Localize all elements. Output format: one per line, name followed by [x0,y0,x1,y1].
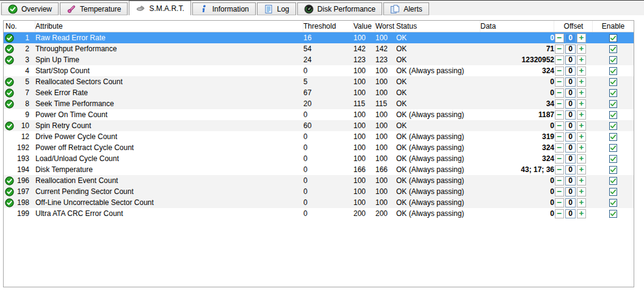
table-row[interactable]: 192Power off Retract Cycle Count0100100O… [4,142,634,153]
offset-decrease-button[interactable]: − [555,34,564,43]
tab-alerts[interactable]: Alerts [383,2,429,15]
table-row[interactable]: 8Seek Time Performance20115115OK34−0+ [4,98,634,109]
table-row[interactable]: 12Drive Power Cycle Count0100100OK (Alwa… [4,131,634,142]
column-header-status[interactable]: Status [396,21,480,32]
enable-checkbox[interactable] [609,78,617,86]
offset-increase-button[interactable]: + [577,165,586,174]
offset-value[interactable]: 0 [565,209,576,218]
tab-temperature[interactable]: Temperature [60,2,128,15]
offset-value[interactable]: 0 [565,110,576,120]
enable-checkbox[interactable] [609,89,617,97]
offset-value[interactable]: 0 [565,99,576,109]
enable-checkbox[interactable] [609,210,617,218]
table-row[interactable]: 193Load/Unload Cycle Count0100100OK (Alw… [4,153,634,164]
offset-value[interactable]: 0 [565,165,576,174]
offset-value[interactable]: 0 [565,45,576,54]
table-row[interactable]: 1Raw Read Error Rate16100100OK0−0+ [4,32,634,43]
enable-checkbox[interactable] [609,199,617,207]
offset-decrease-button[interactable]: − [555,110,564,120]
enable-checkbox[interactable] [609,133,617,141]
offset-decrease-button[interactable]: − [555,56,564,65]
offset-increase-button[interactable]: + [577,154,586,163]
enable-checkbox[interactable] [609,166,617,174]
tab-log[interactable]: Log [257,2,296,15]
table-row[interactable]: 197Current Pending Sector Count0100100OK… [4,186,634,197]
offset-increase-button[interactable]: + [577,176,586,185]
offset-decrease-button[interactable]: − [555,209,564,218]
offset-decrease-button[interactable]: − [555,99,564,109]
enable-checkbox[interactable] [609,188,617,196]
column-header-data[interactable]: Data [480,21,554,32]
enable-checkbox[interactable] [609,155,617,163]
offset-decrease-button[interactable]: − [555,176,564,185]
table-row[interactable]: 4Start/Stop Count0100100OK (Always passi… [4,65,634,76]
offset-value[interactable]: 0 [565,143,576,153]
offset-decrease-button[interactable]: − [555,154,564,163]
enable-checkbox[interactable] [609,111,617,119]
column-header-value[interactable]: Value [353,21,375,32]
offset-increase-button[interactable]: + [577,56,586,65]
enable-checkbox[interactable] [609,45,617,53]
offset-value[interactable]: 0 [565,56,576,65]
offset-increase-button[interactable]: + [577,88,586,98]
column-header-attribute[interactable]: Attribute [35,21,303,32]
offset-decrease-button[interactable]: − [555,66,564,76]
offset-increase-button[interactable]: + [577,66,586,76]
tab-disk-performance[interactable]: Disk Performance [297,2,382,15]
offset-decrease-button[interactable]: − [555,143,564,153]
table-row[interactable]: 10Spin Retry Count60100100OK0−0+ [4,120,634,131]
column-header-offset[interactable]: Offset [554,21,593,32]
offset-increase-button[interactable]: + [577,121,586,131]
enable-checkbox[interactable] [609,67,617,75]
offset-value[interactable]: 0 [565,154,576,163]
enable-checkbox[interactable] [609,144,617,152]
column-header-threshold[interactable]: Threshold [303,21,353,32]
table-row[interactable]: 198Off-Line Uncorrectable Sector Count01… [4,197,634,208]
tab-overview[interactable]: Overview [1,2,59,15]
offset-decrease-button[interactable]: − [555,45,564,54]
offset-decrease-button[interactable]: − [555,165,564,174]
offset-increase-button[interactable]: + [577,132,586,142]
offset-increase-button[interactable]: + [577,187,586,196]
offset-decrease-button[interactable]: − [555,187,564,196]
enable-checkbox[interactable] [609,34,617,42]
offset-increase-button[interactable]: + [577,110,586,120]
tab-information[interactable]: Information [192,2,256,15]
offset-increase-button[interactable]: + [577,143,586,153]
offset-increase-button[interactable]: + [577,77,586,87]
offset-increase-button[interactable]: + [577,34,586,43]
offset-value[interactable]: 0 [565,187,576,196]
enable-checkbox[interactable] [609,100,617,108]
offset-increase-button[interactable]: + [577,198,586,207]
column-header-enable[interactable]: Enable [593,21,634,32]
offset-decrease-button[interactable]: − [555,132,564,142]
table-row[interactable]: 5Reallocated Sectors Count5100100OK0−0+ [4,76,634,87]
offset-value[interactable]: 0 [565,132,576,142]
table-row[interactable]: 196Reallocation Event Count0100100OK (Al… [4,175,634,186]
offset-decrease-button[interactable]: − [555,198,564,207]
column-header-worst[interactable]: Worst [375,21,396,32]
offset-value[interactable]: 0 [565,198,576,207]
offset-value[interactable]: 0 [565,88,576,98]
offset-value[interactable]: 0 [565,34,576,43]
offset-value[interactable]: 0 [565,121,576,131]
table-row[interactable]: 199Ultra ATA CRC Error Count0200200OK (A… [4,208,634,219]
offset-increase-button[interactable]: + [577,209,586,218]
tab-smart[interactable]: S.M.A.R.T. [129,1,190,15]
offset-value[interactable]: 0 [565,66,576,76]
enable-checkbox[interactable] [609,56,617,64]
column-header-no[interactable]: No. [4,21,35,32]
table-row[interactable]: 3Spin Up Time24123123OK12320952−0+ [4,54,634,65]
enable-checkbox[interactable] [609,122,617,130]
offset-decrease-button[interactable]: − [555,88,564,98]
table-row[interactable]: 9Power On Time Count0100100OK (Always pa… [4,109,634,120]
offset-value[interactable]: 0 [565,176,576,185]
table-row[interactable]: 2Throughput Performance54142142OK71−0+ [4,43,634,54]
offset-decrease-button[interactable]: − [555,121,564,131]
offset-increase-button[interactable]: + [577,45,586,54]
table-row[interactable]: 7Seek Error Rate67100100OK0−0+ [4,87,634,98]
offset-decrease-button[interactable]: − [555,77,564,87]
table-row[interactable]: 194Disk Temperature0166166OK (Always pas… [4,164,634,175]
offset-increase-button[interactable]: + [577,99,586,109]
enable-checkbox[interactable] [609,177,617,185]
